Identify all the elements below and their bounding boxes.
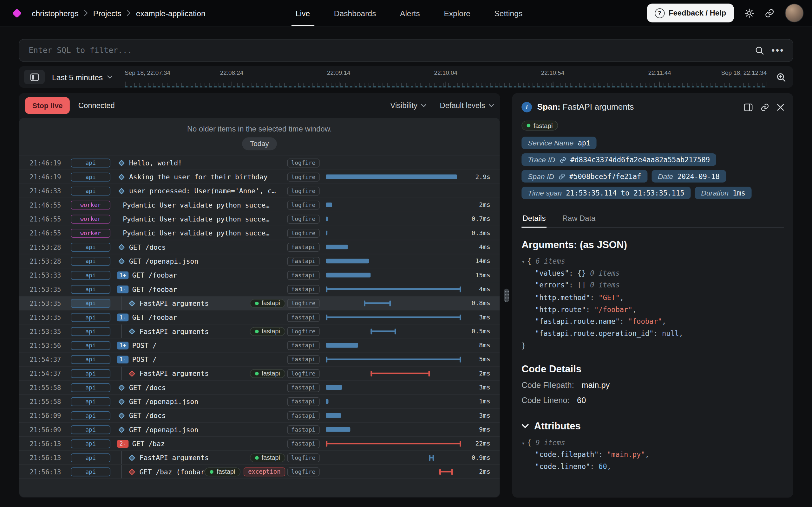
- service-tag-api[interactable]: api: [71, 411, 110, 420]
- today-button[interactable]: Today: [242, 137, 276, 150]
- otel-scope-chip[interactable]: fastapi: [250, 453, 285, 462]
- log-row[interactable]: 21:46:19apiHello, world!logfire: [19, 156, 500, 170]
- scope-tag-fastapi[interactable]: fastapi: [287, 411, 319, 420]
- share-link-icon[interactable]: [765, 8, 774, 18]
- log-row[interactable]: 21:56:09apiGET /openapi.jsonfastapi9ms: [19, 422, 500, 436]
- scope-tag-fastapi[interactable]: fastapi: [287, 243, 319, 251]
- scope-tag-fastapi[interactable]: fastapi: [287, 355, 319, 364]
- nav-explore[interactable]: Explore: [444, 0, 470, 26]
- visibility-dropdown[interactable]: Visibility: [390, 101, 426, 110]
- default-levels-dropdown[interactable]: Default levels: [440, 101, 494, 110]
- log-row[interactable]: 21:56:13api2-GET /bazfastapi22ms: [19, 436, 500, 450]
- otel-scope-chip[interactable]: fastapi: [205, 467, 240, 476]
- scope-tag-fastapi[interactable]: fastapi: [287, 397, 319, 406]
- log-row[interactable]: 21:53:35api1-GET /foobarfastapi3ms: [19, 310, 500, 324]
- nav-live[interactable]: Live: [296, 0, 310, 26]
- scope-tag-logfire[interactable]: logfire: [287, 215, 319, 223]
- collapse-chevron-icon[interactable]: ▾: [521, 440, 525, 447]
- log-row[interactable]: 21:53:28apiGET /docsfastapi4ms: [19, 240, 500, 254]
- children-count-badge[interactable]: 1+: [117, 341, 129, 349]
- theme-toggle-icon[interactable]: [745, 8, 754, 18]
- log-row[interactable]: 21:53:35apiFastAPI argumentsfastapilogfi…: [19, 296, 500, 310]
- feedback-help-button[interactable]: ? Feedback / Help: [647, 3, 734, 22]
- service-tag-api[interactable]: api: [71, 397, 110, 406]
- exception-chip[interactable]: exception: [243, 467, 285, 476]
- log-row[interactable]: 21:53:35api1-GET /foobarfastapi4ms: [19, 282, 500, 296]
- user-avatar[interactable]: [785, 3, 804, 22]
- scope-tag-logfire[interactable]: logfire: [287, 453, 319, 462]
- children-count-badge[interactable]: 1-: [117, 355, 129, 363]
- nav-settings[interactable]: Settings: [494, 0, 522, 26]
- scope-tag-logfire[interactable]: logfire: [287, 327, 319, 336]
- zoom-in-icon[interactable]: [776, 72, 786, 82]
- log-row[interactable]: 21:53:35apiFastAPI argumentsfastapilogfi…: [19, 324, 500, 338]
- meta-chip-trace-id[interactable]: Trace ID#d834c3374dd6fa2e4aa82a55ab21750…: [521, 153, 716, 166]
- time-range-selector[interactable]: Last 5 minutes: [52, 72, 112, 81]
- scope-tag-logfire[interactable]: logfire: [287, 158, 319, 167]
- close-icon[interactable]: [777, 104, 784, 110]
- service-tag-api[interactable]: api: [71, 425, 110, 434]
- children-count-badge[interactable]: 1-: [117, 285, 129, 293]
- log-row[interactable]: 21:54:37apiFastAPI argumentsfastapilogfi…: [19, 366, 500, 380]
- scope-tag-fastapi[interactable]: fastapi: [287, 341, 319, 350]
- scope-tag-logfire[interactable]: logfire: [287, 228, 319, 237]
- service-tag-api[interactable]: api: [71, 257, 110, 266]
- log-row[interactable]: 21:56:09apiGET /docsfastapi3ms: [19, 408, 500, 422]
- log-row[interactable]: 21:46:55workerPydantic User validate_pyt…: [19, 198, 500, 212]
- log-row[interactable]: 21:46:33apiuser processed: User(name='An…: [19, 183, 500, 198]
- log-row[interactable]: 21:46:19apiAsking the user for their bir…: [19, 170, 500, 183]
- otel-scope-chip[interactable]: fastapi: [521, 121, 558, 130]
- children-count-badge[interactable]: 1-: [117, 314, 129, 321]
- service-tag-api[interactable]: api: [71, 158, 110, 167]
- otel-scope-chip[interactable]: fastapi: [250, 327, 285, 336]
- log-row[interactable]: 21:56:13apiFastAPI argumentsfastapilogfi…: [19, 450, 500, 464]
- search-icon[interactable]: [755, 46, 764, 55]
- log-row[interactable]: 21:53:28apiGET /openapi.jsonfastapi14ms: [19, 254, 500, 268]
- scope-tag-logfire[interactable]: logfire: [287, 172, 319, 181]
- attributes-heading[interactable]: Attributes: [521, 420, 784, 432]
- scope-tag-logfire[interactable]: logfire: [287, 186, 319, 195]
- meta-chip-date[interactable]: Date2024-09-18: [652, 170, 726, 182]
- nav-alerts[interactable]: Alerts: [400, 0, 420, 26]
- service-tag-worker[interactable]: worker: [71, 228, 110, 237]
- scope-tag-fastapi[interactable]: fastapi: [287, 285, 319, 293]
- scope-tag-fastapi[interactable]: fastapi: [287, 313, 319, 322]
- service-tag-api[interactable]: api: [71, 467, 110, 476]
- scope-tag-fastapi[interactable]: fastapi: [287, 439, 319, 448]
- log-row[interactable]: 21:53:33api1+GET /foobarfastapi15ms: [19, 268, 500, 282]
- sql-filter-input[interactable]: [28, 45, 748, 56]
- service-tag-api[interactable]: api: [71, 186, 110, 195]
- scope-tag-fastapi[interactable]: fastapi: [287, 271, 319, 279]
- log-row[interactable]: 21:56:13apiGET /baz (foobar)fastapiexcep…: [19, 464, 500, 478]
- tab-details[interactable]: Details: [521, 210, 547, 227]
- log-row[interactable]: 21:55:58apiGET /openapi.jsonfastapi1ms: [19, 394, 500, 408]
- scope-tag-logfire[interactable]: logfire: [287, 369, 319, 378]
- service-tag-api[interactable]: api: [71, 285, 110, 293]
- sidebar-toggle-button[interactable]: [24, 70, 45, 84]
- service-tag-api[interactable]: api: [71, 355, 110, 364]
- service-tag-api[interactable]: api: [71, 341, 110, 350]
- service-tag-api[interactable]: api: [71, 369, 110, 378]
- otel-scope-chip[interactable]: fastapi: [250, 369, 285, 378]
- nav-dashboards[interactable]: Dashboards: [334, 0, 376, 26]
- service-tag-worker[interactable]: worker: [71, 201, 110, 210]
- panel-resize-handle[interactable]: [504, 289, 508, 302]
- logfire-logo-icon[interactable]: [12, 8, 21, 18]
- scope-tag-fastapi[interactable]: fastapi: [287, 257, 319, 266]
- scope-tag-fastapi[interactable]: fastapi: [287, 383, 319, 392]
- service-tag-api[interactable]: api: [71, 313, 110, 322]
- meta-chip-duration[interactable]: Duration1ms: [695, 187, 751, 199]
- meta-chip-service-name[interactable]: Service Nameapi: [521, 137, 597, 149]
- meta-chip-time-span[interactable]: Time span21:53:35.114 to 21:53:35.115: [521, 187, 691, 199]
- tab-raw-data[interactable]: Raw Data: [561, 210, 597, 227]
- stop-live-button[interactable]: Stop live: [25, 97, 70, 114]
- scope-tag-logfire[interactable]: logfire: [287, 467, 319, 476]
- children-count-badge[interactable]: 1+: [117, 271, 129, 279]
- log-row[interactable]: 21:46:55workerPydantic User validate_pyt…: [19, 212, 500, 226]
- open-panel-icon[interactable]: [744, 103, 753, 111]
- service-tag-api[interactable]: api: [71, 172, 110, 181]
- meta-chip-span-id[interactable]: Span ID#5008bce5f7fe21af: [521, 170, 647, 182]
- service-tag-api[interactable]: api: [71, 243, 110, 251]
- more-options-icon[interactable]: •••: [771, 46, 784, 55]
- collapse-chevron-icon[interactable]: ▾: [521, 259, 525, 265]
